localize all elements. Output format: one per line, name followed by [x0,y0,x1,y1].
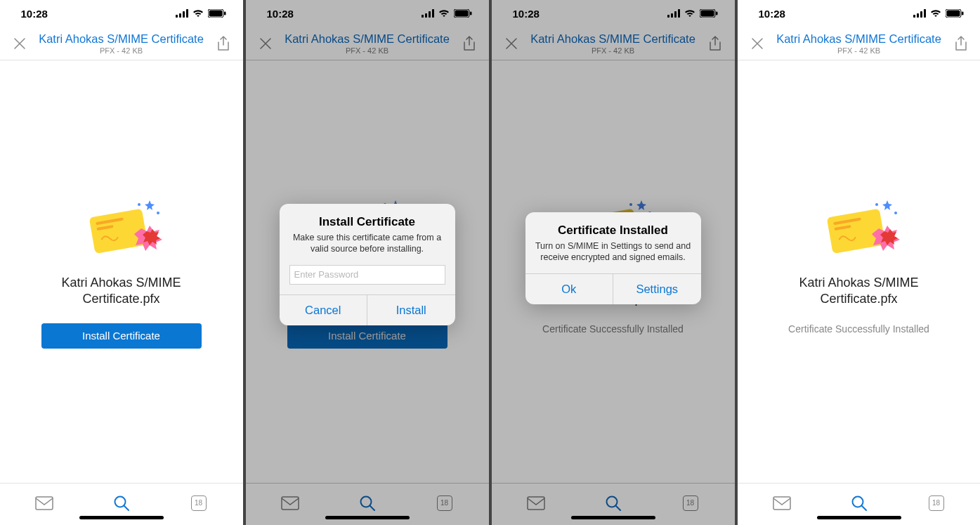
status-time: 10:28 [21,8,48,20]
close-button[interactable] [747,34,767,53]
status-time: 10:28 [267,8,294,20]
search-icon [359,495,376,512]
battery-icon [208,9,226,18]
share-button [459,34,479,53]
svg-rect-51 [924,9,926,18]
calendar-icon: 18 [437,495,452,511]
status-bar: 10:28 [738,0,981,27]
alert-title: Certificate Installed [535,223,691,238]
screen-2-password-alert: 10:28 Katri Ahokas S/MIME Certificate PF… [246,0,489,525]
status-icons [176,9,226,18]
password-input[interactable] [289,265,445,285]
home-indicator[interactable] [79,516,164,519]
wifi-icon [192,9,204,18]
svg-rect-48 [913,15,915,18]
file-header: Katri Ahokas S/MIME Certificate PFX - 42… [246,27,489,60]
tab-search [582,495,645,512]
svg-point-15 [115,496,125,507]
svg-rect-2 [183,11,185,18]
alert-install-button[interactable]: Install [367,295,455,325]
screen-3-installed-alert: 10:28 Katri Ahokas S/MIME Certificate PF… [492,0,735,525]
alert-message: Make sure this certificate came from a v… [289,232,445,255]
tab-search[interactable] [90,495,153,512]
tab-calendar: 18 [659,495,722,511]
certificate-installed-alert: Certificate Installed Turn on S/MIME in … [525,212,701,304]
alert-settings-button[interactable]: Settings [613,274,701,304]
status-bar: 10:28 [0,0,243,27]
share-icon [462,36,476,51]
tab-mail[interactable] [13,496,76,510]
svg-rect-14 [36,497,53,510]
close-icon [505,37,518,50]
alert-cancel-button[interactable]: Cancel [280,295,367,325]
tab-calendar: 18 [413,495,476,511]
certificate-illustration [817,197,901,268]
home-indicator [325,516,410,519]
cellular-icon [913,9,926,18]
mail-icon [281,496,299,510]
close-icon [13,37,26,50]
install-certificate-button: Install Certificate [287,323,447,349]
alert-ok-button[interactable]: Ok [525,274,613,304]
battery-icon [946,9,964,18]
svg-rect-33 [671,13,673,18]
close-button[interactable] [10,34,30,53]
svg-rect-20 [454,9,469,18]
svg-rect-21 [455,11,468,17]
svg-rect-62 [773,497,790,510]
share-icon [708,36,722,51]
file-header: Katri Ahokas S/MIME Certificate PFX - 42… [0,27,243,60]
home-indicator [571,516,655,519]
file-header: Katri Ahokas S/MIME Certificate PFX - 42… [492,27,735,60]
home-indicator[interactable] [817,516,901,519]
status-icons [667,9,718,18]
tab-search[interactable] [828,495,891,512]
status-time: 10:28 [759,8,785,20]
status-icons [913,9,964,18]
svg-rect-49 [917,13,919,18]
alert-title: Install Certificate [289,215,445,229]
svg-rect-1 [179,13,181,18]
share-button[interactable] [951,34,971,53]
status-time: 10:28 [513,8,540,20]
header-title: Katri Ahokas S/MIME Certificate [285,32,450,46]
header-title: Katri Ahokas S/MIME Certificate [530,32,695,46]
tab-calendar[interactable]: 18 [167,495,230,511]
wifi-icon [684,9,695,18]
svg-point-47 [606,496,617,507]
svg-rect-17 [425,13,427,18]
close-icon [259,37,272,50]
cellular-icon [422,9,434,18]
svg-rect-5 [209,11,222,17]
screen-4-success: 10:28 Katri Ahokas S/MIME Certificate PF… [738,0,981,525]
header-subtitle: PFX - 42 KB [100,46,143,55]
success-text: Certificate Successfully Installed [542,323,684,335]
tab-mail [504,496,568,510]
close-button [502,34,521,53]
header-subtitle: PFX - 42 KB [837,46,880,55]
svg-point-60 [875,203,878,206]
tab-bar: 18 [246,483,489,525]
status-bar: 10:28 [246,0,489,27]
install-certificate-alert: Install Certificate Make sure this certi… [280,204,455,325]
svg-rect-22 [470,12,472,15]
tab-mail[interactable] [750,496,814,510]
header-subtitle: PFX - 42 KB [346,46,388,55]
mail-icon [773,496,791,510]
cellular-icon [667,9,680,18]
svg-rect-35 [678,9,680,18]
wifi-icon [930,9,941,18]
svg-point-61 [894,212,897,214]
share-button[interactable] [214,34,233,53]
mail-icon [527,496,545,510]
svg-rect-32 [667,15,669,18]
search-icon [851,495,868,512]
svg-rect-46 [528,497,544,510]
install-certificate-button[interactable]: Install Certificate [41,323,202,349]
calendar-icon: 18 [191,495,207,511]
share-button [705,34,725,53]
status-icons [422,9,472,18]
svg-rect-18 [429,11,431,18]
tab-calendar[interactable]: 18 [905,495,968,511]
share-icon [954,36,968,51]
